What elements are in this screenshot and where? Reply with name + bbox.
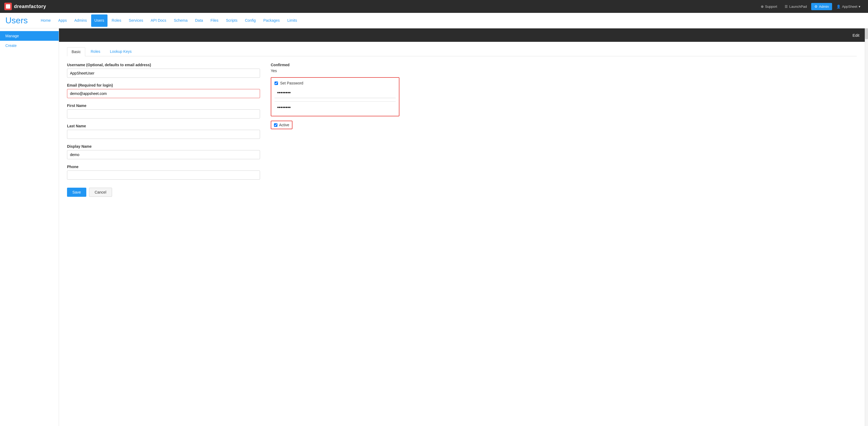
firstname-group: First Name (67, 103, 260, 119)
dark-bar: Edit (59, 28, 865, 42)
displayname-group: Display Name (67, 144, 260, 159)
support-button[interactable]: ⊕ Support (757, 3, 781, 10)
password-input-2[interactable] (275, 103, 396, 113)
nav-api-docs[interactable]: API Docs (148, 14, 169, 27)
top-nav-right: ⊕ Support ☰ LaunchPad ⚙ Admin 👤 AppSheet… (757, 3, 864, 10)
sidebar: Manage Create (0, 28, 59, 426)
tab-roles[interactable]: Roles (86, 47, 104, 56)
page-title: Users (5, 16, 32, 26)
active-checkbox[interactable] (274, 123, 277, 127)
nav-services[interactable]: Services (125, 14, 146, 27)
logo-icon (4, 3, 12, 10)
phone-input[interactable] (67, 171, 260, 180)
scrollbar-thumb[interactable] (865, 28, 868, 39)
edit-button[interactable]: Edit (852, 33, 860, 37)
admin-label: Admin (819, 5, 829, 8)
brand-area: dreamfactory (4, 3, 46, 10)
set-password-checkbox-row: Set Password (275, 81, 396, 85)
admin-button[interactable]: ⚙ Admin (811, 3, 832, 10)
secondary-nav: Home Apps Admins Users Roles Services AP… (37, 14, 863, 27)
active-label[interactable]: Active (279, 123, 289, 127)
nav-home[interactable]: Home (37, 14, 54, 27)
firstname-input[interactable] (67, 110, 260, 119)
chevron-down-icon: ▾ (859, 5, 861, 8)
save-button[interactable]: Save (67, 188, 86, 197)
lastname-input[interactable] (67, 130, 260, 139)
set-password-checkbox[interactable] (275, 82, 278, 85)
form-right: Confirmed Yes Set Password (271, 63, 399, 197)
nav-roles[interactable]: Roles (108, 14, 125, 27)
nav-config[interactable]: Config (242, 14, 259, 27)
sidebar-item-manage[interactable]: Manage (0, 31, 59, 41)
phone-group: Phone (67, 164, 260, 180)
active-checkbox-container: Active (271, 121, 292, 129)
sidebar-item-create[interactable]: Create (0, 41, 59, 51)
phone-label: Phone (67, 164, 260, 169)
tabs: Basic Roles Lookup Keys (67, 47, 857, 56)
action-buttons: Save Cancel (67, 188, 260, 197)
nav-users[interactable]: Users (91, 14, 107, 27)
lastname-label: Last Name (67, 124, 260, 128)
appsheet-button[interactable]: 👤 AppSheet ▾ (833, 3, 864, 10)
tab-lookup-keys[interactable]: Lookup Keys (105, 47, 136, 56)
nav-limits[interactable]: Limits (284, 14, 301, 27)
cancel-button[interactable]: Cancel (89, 188, 112, 197)
password-input-1[interactable] (275, 88, 396, 98)
nav-apps[interactable]: Apps (55, 14, 70, 27)
email-input[interactable] (67, 89, 260, 98)
username-label: Username (Optional, defaults to email ad… (67, 63, 260, 67)
nav-packages[interactable]: Packages (260, 14, 283, 27)
scrollbar[interactable] (865, 28, 868, 426)
support-icon: ⊕ (761, 5, 764, 8)
launchpad-label: LaunchPad (789, 5, 807, 8)
confirmed-label: Confirmed (271, 63, 399, 67)
support-label: Support (765, 5, 777, 8)
set-password-label[interactable]: Set Password (280, 81, 303, 85)
nav-files[interactable]: Files (207, 14, 222, 27)
launchpad-icon: ☰ (785, 5, 788, 8)
email-label: Email (Required for login) (67, 83, 260, 87)
top-navbar: dreamfactory ⊕ Support ☰ LaunchPad ⚙ Adm… (0, 0, 868, 13)
page-layout: Manage Create Edit Basic Roles Lookup Ke… (0, 28, 868, 426)
username-input[interactable] (67, 69, 260, 78)
nav-scripts[interactable]: Scripts (223, 14, 241, 27)
page-title-area: Users (5, 13, 37, 28)
brand-name: dreamfactory (14, 4, 46, 9)
lastname-group: Last Name (67, 124, 260, 139)
form-left: Username (Optional, defaults to email ad… (67, 63, 260, 197)
email-group: Email (Required for login) (67, 83, 260, 98)
nav-data[interactable]: Data (192, 14, 207, 27)
main-content: Edit Basic Roles Lookup Keys Username (O… (59, 28, 865, 426)
displayname-label: Display Name (67, 144, 260, 149)
confirmed-value: Yes (271, 69, 399, 73)
firstname-label: First Name (67, 103, 260, 108)
tab-basic[interactable]: Basic (67, 47, 85, 56)
nav-admins[interactable]: Admins (71, 14, 90, 27)
appsheet-label: AppSheet (842, 5, 857, 8)
set-password-box: Set Password (271, 77, 399, 116)
displayname-input[interactable] (67, 150, 260, 159)
launchpad-button[interactable]: ☰ LaunchPad (781, 3, 810, 10)
user-icon: 👤 (836, 5, 841, 8)
nav-schema[interactable]: Schema (170, 14, 191, 27)
username-group: Username (Optional, defaults to email ad… (67, 63, 260, 78)
gear-icon: ⚙ (814, 5, 817, 8)
logo-inner (6, 4, 10, 8)
form-area: Basic Roles Lookup Keys Username (Option… (59, 42, 865, 202)
form-columns: Username (Optional, defaults to email ad… (67, 63, 857, 197)
